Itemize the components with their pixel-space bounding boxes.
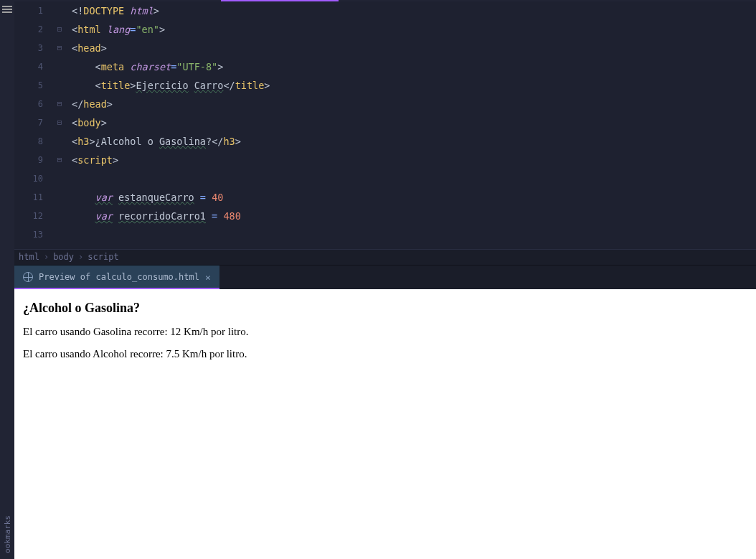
preview-tab-label: Preview of calculo_consumo.html — [39, 272, 199, 282]
fold-marker — [50, 207, 69, 225]
breadcrumb-item[interactable]: script — [88, 252, 118, 262]
code-line[interactable]: <body> — [69, 113, 756, 132]
code-line[interactable]: <head> — [69, 39, 756, 57]
fold-marker[interactable]: ⊟ — [50, 95, 69, 113]
code-line[interactable] — [69, 169, 756, 188]
fold-marker[interactable]: ⊟ — [50, 151, 69, 169]
code-line[interactable]: var recorridoCarro1 = 480 — [69, 207, 756, 225]
code-line[interactable]: <h3>¿Alcohol o Gasolina?</h3> — [69, 132, 756, 151]
fold-marker[interactable]: ⊟ — [50, 20, 69, 39]
line-number[interactable]: 6 — [14, 95, 43, 113]
code-line[interactable]: </head> — [69, 95, 756, 113]
line-number[interactable]: 10 — [14, 169, 43, 188]
preview-line: El carro usando Alcohol recorre: 7.5 Km/… — [23, 348, 747, 360]
code-editor[interactable]: 1234567891011121314151617181920212223 ⊟⊟… — [14, 1, 756, 249]
editor-area: 1234567891011121314151617181920212223 ⊟⊟… — [14, 0, 756, 559]
fold-marker — [50, 225, 69, 244]
close-icon[interactable]: × — [205, 272, 211, 283]
line-number[interactable]: 8 — [14, 132, 43, 151]
code-content[interactable]: <!DOCTYPE html><html lang="en"><head> <m… — [69, 1, 756, 249]
fold-marker — [50, 169, 69, 188]
preview-heading: ¿Alcohol o Gasolina? — [23, 301, 747, 316]
code-line[interactable]: document.write("El carro usando Gasolina… — [69, 244, 756, 249]
fold-marker — [50, 1, 69, 20]
folder-icon[interactable] — [2, 6, 12, 14]
line-number[interactable]: 9 — [14, 151, 43, 169]
breadcrumb-sep: › — [78, 252, 83, 262]
preview-line: El carro usando Gasolina recorre: 12 Km/… — [23, 326, 747, 338]
globe-icon — [23, 272, 33, 282]
code-line[interactable]: <!DOCTYPE html> — [69, 1, 756, 20]
line-number[interactable]: 2 — [14, 20, 43, 39]
code-line[interactable]: <script> — [69, 151, 756, 169]
fold-marker[interactable]: ⊟ — [50, 39, 69, 57]
bookmarks-label: ookmarks — [3, 509, 12, 559]
line-number[interactable]: 5 — [14, 76, 43, 95]
line-number[interactable]: 4 — [14, 57, 43, 76]
fold-marker[interactable]: ⊟ — [50, 113, 69, 132]
fold-marker — [50, 76, 69, 95]
bookmarks-tab[interactable]: ookmarks — [0, 446, 14, 559]
breadcrumb-item[interactable]: html — [19, 252, 39, 262]
fold-marker — [50, 188, 69, 207]
line-number[interactable]: 12 — [14, 207, 43, 225]
breadcrumb-item[interactable]: body — [53, 252, 74, 262]
line-number-gutter[interactable]: 1234567891011121314151617181920212223 — [14, 1, 50, 249]
fold-marker — [50, 57, 69, 76]
line-number[interactable]: 13 — [14, 225, 43, 244]
fold-gutter[interactable]: ⊟⊟⊟⊟⊟⊟⊟⊟ — [50, 1, 69, 249]
preview-pane: ¿Alcohol o Gasolina? El carro usando Gas… — [14, 289, 756, 560]
code-line[interactable]: <meta charset="UTF-8"> — [69, 57, 756, 76]
line-number[interactable]: 7 — [14, 113, 43, 132]
preview-tab[interactable]: Preview of calculo_consumo.html × — [14, 266, 219, 289]
fold-marker — [50, 132, 69, 151]
code-line[interactable]: var estanqueCarro = 40 — [69, 188, 756, 207]
breadcrumb[interactable]: html › body › script — [14, 249, 756, 265]
code-line[interactable]: <title>Ejercicio Carro</title> — [69, 76, 756, 95]
preview-tab-bar: Preview of calculo_consumo.html × — [14, 265, 756, 289]
code-line[interactable] — [69, 225, 756, 244]
line-number[interactable]: 3 — [14, 39, 43, 57]
breadcrumb-sep: › — [44, 252, 49, 262]
line-number[interactable]: 1 — [14, 1, 43, 20]
line-number[interactable]: 11 — [14, 188, 43, 207]
code-line[interactable]: <html lang="en"> — [69, 20, 756, 39]
